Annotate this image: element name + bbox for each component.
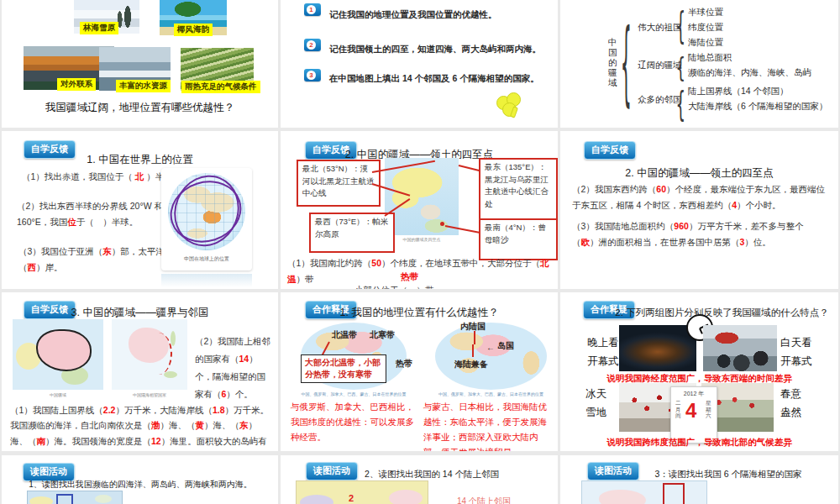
map-caption: 中国隔海相望国家: [119, 392, 180, 397]
map-china: [36, 329, 92, 371]
slide-position[interactable]: 自学反馈 1. 中国在世界上的位置 （1）找出赤道，我国位于（ 北 ）半球。 （…: [2, 131, 278, 289]
text-segment: 西: [28, 262, 37, 272]
slide-borders[interactable]: 自学反馈 3. 中国的疆域——疆界与邻国 中国疆域 中国隔海相望国家 （2）我国…: [2, 292, 278, 451]
answer-latitude-span: 说明我国跨纬度范围广，导致南北部的气候差异: [560, 435, 838, 450]
label-night-1: 晚上看: [587, 336, 619, 350]
text-segment: 960: [674, 221, 689, 231]
bookmark-icon: 3: [304, 69, 321, 81]
map-region: [389, 490, 423, 504]
text-segment: 欧: [581, 237, 591, 247]
text-segment: ）洲的面积相当，在世界各国中居第（: [590, 237, 740, 247]
slide-activity-2[interactable]: 读图活动 2、读图找出我国的 14 个陆上邻国 2 14 个陆上邻国: [281, 455, 558, 504]
text-segment: ）海。我国领海的宽度是（: [45, 436, 151, 446]
slide-intro[interactable]: 林海雪原 椰风海韵 对外联系 丰富的水资源 雨热充足的气候条件 我国疆域辽阔，地…: [2, 0, 278, 128]
activity-title: 1、读图找出我国濒临的四海洋、两岛屿、两海峡和两内海。: [18, 479, 262, 491]
callout-south: 最南（4°N）：曾母暗沙: [479, 218, 558, 260]
label-island-country: 岛国: [497, 340, 514, 352]
objective-number: 2: [307, 40, 316, 50]
map-region: [95, 495, 112, 503]
mindmap-leaf: 半球位置: [688, 7, 723, 18]
photo-label: 林海雪原: [80, 22, 118, 34]
objective-item: 在中国地图上填出 14 个邻国及 6 个隔海相望的国家。: [329, 73, 539, 85]
mindmap-leaf: 海陆位置: [688, 37, 723, 49]
slide-title: 2. 下列两组图片分别反映了我国疆域的什么特点？: [611, 307, 833, 319]
leader-line: [474, 331, 475, 344]
callout-north: 最北（53°N）：漠河以北黑龙江主航道中心线: [297, 160, 381, 207]
text-segment: 位: [67, 217, 76, 227]
map-caption: 中国疆域: [35, 392, 81, 397]
bookmark-icon: 1: [304, 3, 321, 16]
red-dashed-line: [145, 333, 172, 375]
slide-activity-1[interactable]: 读图活动 1、读图找出我国濒临的四海洋、两岛屿、两海峡和两内海。: [2, 455, 278, 504]
mindmap-root: 中国的疆域: [608, 37, 619, 87]
slide-activity-3[interactable]: 读图活动 3：读图找出我国 6 个隔海相望的国家: [560, 455, 838, 504]
text-segment: 于（ ）半球。: [76, 217, 139, 227]
calendar-weekday: 星期六: [706, 400, 713, 419]
zone-label-frigid: 北寒带: [370, 329, 395, 341]
text-segment: （1）找出赤道，我国位于（: [22, 171, 135, 181]
calendar-year: 2012 年: [671, 390, 717, 398]
orbit-line: [164, 165, 250, 256]
globe-caption: 中国在地球上的位置: [161, 255, 252, 263]
label-land-sea: 海陆兼备: [454, 359, 488, 370]
label-night-2: 开幕式: [587, 354, 619, 369]
zone-label-temperate: 北温带: [332, 329, 357, 341]
intro-question: 我国疆域辽阔，地理位置有哪些优越性？: [2, 101, 278, 115]
brace-icon: {: [675, 3, 686, 49]
text-segment: ）个纬度，在地球五带中，大部分位于（: [381, 258, 540, 268]
text-segment: 渤: [151, 420, 160, 430]
question-3: （3）我国位于亚洲（东）部，太平洋（西）岸。: [18, 244, 171, 276]
answer-land-sea: 与蒙古、日本相比，我国海陆优越性：东临太平洋，便于发展海洋事业；西部深入亚欧大陆…: [423, 400, 551, 451]
map-caption: 中国、俄罗斯、加拿大、巴西、蒙古、日本在世界的位置: [435, 391, 547, 396]
section-badge: 读图活动: [587, 462, 639, 480]
slide-mindmap[interactable]: 中国的疆域 { 伟大的祖国 { 半球位置 纬度位置 海陆位置 辽阔的疆域 { 陆…: [560, 0, 838, 128]
callout-east: 最东（135°E）：黑龙江与乌苏里江主航道中心线汇合处: [479, 158, 558, 222]
answer-latitude: 与俄罗斯、加拿大、巴西相比，我国纬度的优越性：可以发展多种经营。: [291, 400, 417, 445]
brace-icon: {: [675, 82, 686, 126]
activity-map: [581, 480, 707, 504]
slide-extremes-text[interactable]: 自学反馈 2. 中国的疆域——领土的四至点 （2）我国东西约跨（60）个经度，最…: [560, 131, 838, 289]
text-segment: （3）我国陆地总面积约（: [572, 221, 674, 231]
china-map: [385, 158, 459, 235]
mindmap-leaf: 濒临的海洋、内海、海峡、岛屿: [688, 67, 811, 79]
text-segment: ）个小时。: [737, 200, 781, 210]
map-island: [171, 331, 176, 346]
slide-title: 1. 中国在世界上的位置: [2, 153, 278, 167]
label-day-1: 白天看: [780, 336, 812, 350]
photo-crowd-day: [703, 325, 777, 371]
text-segment: ）万千米，大陆海岸线（: [115, 405, 213, 415]
slide-grid: 林海雪原 椰风海韵 对外联系 丰富的水资源 雨热充足的气候条件 我国疆域辽阔，地…: [0, 0, 840, 504]
mindmap-leaf: 陆上国界线（14 个邻国）: [688, 86, 789, 97]
activity-title: 3：读图找出我国 6 个隔海相望的国家: [640, 469, 816, 480]
activity-map: [27, 491, 123, 504]
brace-icon: {: [619, 7, 633, 118]
slide-features[interactable]: 合作释疑 2. 下列两组图片分别反映了我国疆域的什么特点？ 晚上看 开幕式 白天…: [560, 292, 838, 451]
callout-west: 最西（73°E）：帕米尔高原: [309, 213, 395, 253]
brace-icon: {: [675, 50, 686, 84]
question-2: （2）找出东西半球的分界线 20°W 和 160°E，我国位于（ ）半球。: [17, 198, 163, 230]
globe-figure: 中国在地球上的位置: [161, 168, 252, 270]
text-segment: 12: [151, 436, 161, 446]
question-2: （2）我国陆上相邻的国家有（14）个，隔海相望的国家有（6）个。: [195, 333, 274, 403]
text-segment: （3）我国位于亚洲（: [18, 246, 102, 256]
arrow-left-icon: ←: [486, 340, 495, 354]
slide-advantages[interactable]: 合作释疑 1. 我国的地理位置有什么优越性？ 北温带 北寒带 热带 大部分北温带…: [281, 292, 558, 451]
map-caption: 中国的疆域及四至点: [385, 237, 459, 242]
question-1-tail: 小部分位于（ ）带: [354, 282, 522, 289]
map-region: [29, 496, 53, 504]
photo-label: 对外联系: [57, 78, 96, 91]
slide-title: 1. 我国的地理位置有什么优越性？: [281, 306, 558, 320]
globe-image: [168, 173, 245, 250]
reflection: [161, 274, 252, 287]
slide-objectives[interactable]: 1 记住我国的地理位置及我国位置的优越性。 2 记住我国领土的四至，知道四海、两…: [281, 0, 558, 128]
map-caption: 中国、俄罗斯、加拿大、巴西、蒙古、日本在世界的位置: [301, 391, 407, 396]
section-badge: 自学反馈: [584, 141, 636, 160]
photo-label: 椰风海韵: [174, 24, 213, 36]
label-day-2: 开幕式: [780, 354, 812, 369]
text-segment: 北: [135, 171, 144, 181]
world-map-landsea: [435, 323, 547, 390]
label-winter-1: 冰天: [585, 387, 606, 402]
slide-extremes-map[interactable]: 自学反馈 2. 中国的疆域——领土的四至点 中国的疆域及四至点 最北（53°N）…: [281, 131, 558, 289]
text-segment: 60: [656, 184, 666, 194]
mindmap-leaf: 陆地总面积: [688, 52, 732, 64]
